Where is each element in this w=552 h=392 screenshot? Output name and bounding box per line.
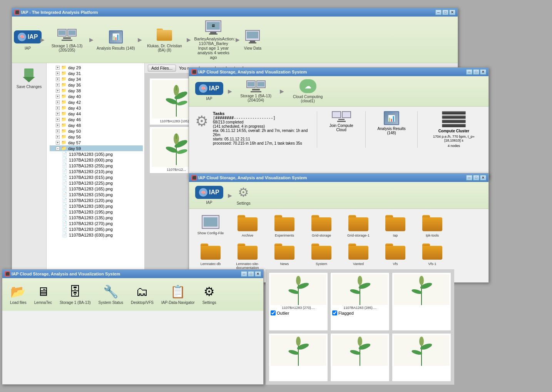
expand-btn[interactable]: + <box>56 118 60 122</box>
bottom-nav-item-desktop[interactable]: 🗂Desktop/VFS <box>131 285 154 305</box>
sidebar-file-item[interactable]: 📄1107BA1283 (150).png <box>50 192 143 197</box>
breadcrumb-action[interactable]: 🖥 BarleyAnalysisAction: 1107BA_Barley In… <box>194 20 233 60</box>
bottom-thumb[interactable] <box>392 333 451 382</box>
bottom-close[interactable]: ✕ <box>255 271 261 277</box>
sidebar-file-item[interactable]: 📄1107BA1283 (210).png <box>50 168 143 174</box>
sidebar-item-day-43[interactable]: +📁day 43 <box>50 105 143 111</box>
sidebar-file-item[interactable]: 📄1107BA1283 (165).png <box>50 186 143 192</box>
sidebar-file-item[interactable]: 📄1107BA1283 (225).png <box>50 180 143 186</box>
expand-btn[interactable]: + <box>56 89 60 93</box>
maximize-button[interactable]: □ <box>442 10 448 15</box>
main-titlebar[interactable]: ⬛ IAP - The Integrated Analysis Platform… <box>12 8 458 17</box>
sidebar-file-item[interactable]: 📄1107BA1283 (030).png <box>50 232 143 238</box>
sidebar-item-day-57[interactable]: +📁day 57 <box>50 140 143 145</box>
expand-btn[interactable]: + <box>56 77 60 81</box>
expand-btn[interactable]: − <box>56 147 60 150</box>
expand-btn[interactable]: + <box>56 123 60 127</box>
bottom-thumb[interactable] <box>330 333 390 382</box>
bottom-thumb[interactable]: 1107BA1283 (270).... Outlier <box>269 272 328 331</box>
sidebar-file-item[interactable]: 📄1107BA1283 (180).png <box>50 203 143 209</box>
cloud1-iap[interactable]: 🧠IAP IAP <box>195 82 223 101</box>
bottom-nav-item-settings[interactable]: ⚙Settings <box>202 284 216 305</box>
breadcrumb-viewdata[interactable]: View Data <box>243 29 262 50</box>
sidebar-file-item[interactable]: 📄1107BA1283 (105).png <box>50 151 143 157</box>
settings-folder-item[interactable]: Show Config-File <box>195 215 226 235</box>
sidebar-item-day-44[interactable]: +📁day 44 <box>50 111 143 117</box>
bottom-minimize[interactable]: ─ <box>241 271 247 277</box>
sidebar-file-item[interactable]: 📄1107BA1283 (270).png <box>50 220 143 226</box>
expand-btn[interactable]: + <box>56 95 60 98</box>
expand-btn[interactable]: + <box>56 135 60 139</box>
expand-btn[interactable]: + <box>56 83 60 87</box>
settings-folder-item[interactable]: Grid-storage <box>306 215 337 237</box>
bottom-nav-item-storage[interactable]: 🗄Storage 1 (BA-13) <box>60 285 91 305</box>
cloud2-iap[interactable]: 🧠IAP IAP <box>195 186 223 205</box>
settings-folder-item[interactable]: Ipk-tools <box>417 215 448 237</box>
sidebar-file-item[interactable]: 📄1107BA1283 (285).png <box>50 226 143 232</box>
settings-folder-item[interactable]: Grid-storage-1 <box>343 215 374 237</box>
add-files-button[interactable]: Add Files... <box>148 65 176 72</box>
sidebar-item-day-38[interactable]: +📁day 38 <box>50 88 143 93</box>
settings-folder-item[interactable]: Vfs <box>380 244 411 266</box>
cloud2-settings[interactable]: ⚙ Settings <box>237 185 251 205</box>
bottom-thumb-flag[interactable]: Outlier <box>271 310 326 315</box>
settings-folder-item[interactable]: Vanted <box>343 244 374 266</box>
expand-btn[interactable]: + <box>56 106 60 110</box>
sidebar-item-day-59[interactable]: −📁day 59 <box>50 145 143 151</box>
sidebar-file-item[interactable]: 📄1107BA1283 (135).png <box>50 215 143 220</box>
bottom-nav-item-lemnatec[interactable]: 🖥LemnaTec <box>34 285 52 305</box>
expand-btn[interactable]: + <box>56 112 60 116</box>
cloud2-titlebar[interactable]: ⬛ IAP Cloud Storage, Analysis and Visual… <box>189 173 488 182</box>
sidebar-item-day-31[interactable]: +📁day 31 <box>50 70 143 76</box>
sidebar-file-item[interactable]: 📄1107BA1283 (000).png <box>50 157 143 163</box>
breadcrumb-user[interactable]: Klukas, Dr. Christian (BA) (8) <box>145 27 184 52</box>
sidebar-item-day-34[interactable]: +📁day 34 <box>50 76 143 82</box>
sidebar-item-day-48[interactable]: +📁day 48 <box>50 122 143 128</box>
settings-folder-item[interactable]: Lemnatec-db <box>195 244 226 266</box>
cloud1-storage[interactable]: Storage 1 (BA-13) (204/204) <box>237 80 275 102</box>
sidebar-item-day-36[interactable]: +📁day 36 <box>50 82 143 88</box>
breadcrumb-analysis[interactable]: 📊 Analysis Results (148) <box>97 29 135 50</box>
cloud1-minimize[interactable]: ─ <box>466 69 472 75</box>
sidebar-file-item[interactable]: 📄1107BA1283 (015).png <box>50 174 143 180</box>
cloud2-maximize[interactable]: □ <box>473 175 479 180</box>
settings-folder-item[interactable]: Vfs-1 <box>417 244 448 266</box>
sidebar-item-day-40[interactable]: +📁day 40 <box>50 93 143 99</box>
cloud1-cloud[interactable]: ☁ Cloud Computing (cloud1) <box>289 79 327 103</box>
sidebar-item-day-50[interactable]: +📁day 50 <box>50 128 143 134</box>
expand-btn[interactable]: + <box>56 100 60 104</box>
sidebar-file-item[interactable]: 📄1107BA1283 (195).png <box>50 209 143 215</box>
bottom-thumb[interactable]: 1107BA1283 (285).... Flagged <box>330 272 390 331</box>
settings-folder-item[interactable]: System <box>306 244 337 266</box>
minimize-button[interactable]: ─ <box>435 10 442 15</box>
expand-btn[interactable]: + <box>56 72 60 75</box>
cloud1-close[interactable]: ✕ <box>480 69 486 75</box>
analysis-results-button[interactable]: 📊 Analysis Results (148) <box>373 111 410 135</box>
breadcrumb-storage[interactable]: Storage 1 (BA-13) (205/205) <box>48 27 86 52</box>
cloud2-close[interactable]: ✕ <box>480 175 486 180</box>
bottom-thumb-flag[interactable]: Flagged <box>332 310 388 315</box>
close-button[interactable]: ✕ <box>449 10 455 15</box>
cloud1-maximize[interactable]: □ <box>473 69 479 75</box>
bottom-maximize[interactable]: □ <box>248 271 254 277</box>
breadcrumb-iap[interactable]: 🧠IAP IAP <box>18 29 37 50</box>
expand-btn[interactable]: + <box>56 66 60 70</box>
sidebar-item-day-29[interactable]: +📁day 29 <box>50 65 143 70</box>
sidebar-file-item[interactable]: 📄1107BA1283 (255).png <box>50 163 143 168</box>
join-cloud-button[interactable]: Join Compute Cloud <box>325 111 358 132</box>
bottom-thumb[interactable] <box>392 272 451 331</box>
settings-folder-item[interactable]: Experiments <box>269 215 300 237</box>
save-changes-button[interactable]: Save Changes <box>17 68 42 89</box>
sidebar-file-item[interactable]: 📄1107BA1283 (120).png <box>50 197 143 203</box>
settings-folder-item[interactable]: News <box>269 244 300 266</box>
sidebar-item-day-56[interactable]: +📁day 56 <box>50 134 143 140</box>
settings-folder-item[interactable]: Lemnatec-site-documentation <box>232 244 263 270</box>
settings-folder-item[interactable]: Iap <box>380 215 411 237</box>
bottom-thumb[interactable] <box>269 333 328 382</box>
expand-btn[interactable]: + <box>56 141 60 145</box>
bottom-titlebar[interactable]: ⬛ IAP Cloud Storage, Analysis and Visual… <box>2 270 263 278</box>
cloud1-titlebar[interactable]: ⬛ IAP Cloud Storage, Analysis and Visual… <box>189 68 488 76</box>
sidebar-item-day-46[interactable]: +📁day 46 <box>50 117 143 122</box>
sidebar-item-day-42[interactable]: +📁day 42 <box>50 99 143 105</box>
settings-folder-item[interactable]: Archive <box>232 215 263 237</box>
